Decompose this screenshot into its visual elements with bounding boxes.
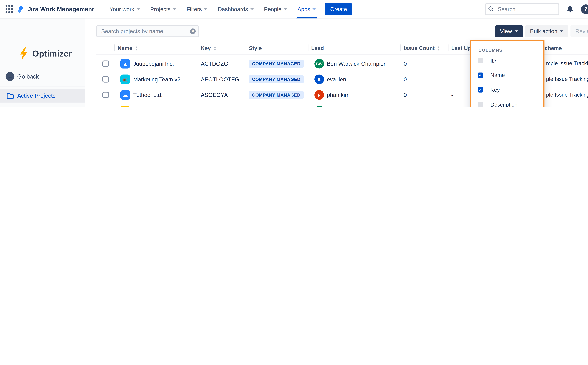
column-resize-handle[interactable] bbox=[400, 44, 401, 51]
column-header-lead[interactable]: Lead bbox=[311, 45, 324, 51]
project-name[interactable]: Tuthooj Ltd. bbox=[133, 92, 163, 98]
lead-avatar: E bbox=[314, 75, 324, 84]
chevron-down-icon bbox=[137, 8, 140, 10]
column-toggle-id[interactable]: ID bbox=[478, 53, 543, 68]
mountain-icon: ▲ bbox=[121, 59, 130, 69]
search-icon bbox=[488, 6, 494, 12]
lead-avatar: BW bbox=[314, 106, 324, 107]
last-updated: - bbox=[451, 92, 453, 98]
column-toggle-key[interactable]: ✓Key bbox=[478, 83, 543, 97]
nav-item-label: Filters bbox=[187, 6, 202, 12]
global-search[interactable] bbox=[485, 3, 559, 15]
nav-item-your-work[interactable]: Your work bbox=[104, 0, 145, 18]
checkbox-unchecked-icon[interactable] bbox=[478, 58, 483, 63]
chevron-down-icon bbox=[560, 30, 563, 32]
column-header-label: Key bbox=[201, 45, 211, 51]
last-updated: - bbox=[451, 76, 453, 82]
sidebar-item-trash[interactable]: Trash bbox=[0, 104, 85, 107]
column-toggle-label: Name bbox=[491, 72, 505, 78]
nav-item-people[interactable]: People bbox=[259, 0, 292, 18]
app-switcher-icon[interactable] bbox=[6, 5, 13, 13]
column-toggle-label: Description bbox=[491, 102, 518, 107]
style-badge: COMPANY MANAGED bbox=[249, 91, 304, 99]
jira-logo-icon bbox=[17, 5, 25, 13]
last-updated: - bbox=[451, 61, 453, 67]
project-search[interactable]: ✕ bbox=[96, 25, 199, 37]
nav-item-label: People bbox=[264, 6, 281, 12]
lifebuoy-icon: ◎ bbox=[121, 75, 130, 84]
row-checkbox[interactable] bbox=[102, 92, 109, 98]
row-checkbox[interactable] bbox=[102, 76, 109, 82]
project-key: ACTDGZG bbox=[201, 61, 228, 67]
brand[interactable]: Jira Work Management bbox=[17, 5, 94, 13]
lead-name: Ben Warwick-Champion bbox=[327, 61, 387, 67]
column-resize-handle[interactable] bbox=[308, 44, 308, 51]
column-header-label: Issue Count bbox=[404, 45, 434, 51]
column-toggle-name[interactable]: ✓Name bbox=[478, 68, 543, 83]
arrow-left-icon: ← bbox=[6, 72, 14, 81]
issue-count: 0 bbox=[404, 61, 407, 67]
column-resize-handle[interactable] bbox=[246, 44, 246, 51]
column-resize-handle[interactable] bbox=[198, 44, 198, 51]
chevron-down-icon bbox=[515, 30, 518, 32]
style-badge: COMPANY MANAGED bbox=[249, 60, 304, 68]
row-checkbox[interactable] bbox=[102, 61, 109, 67]
nav-item-label: Your work bbox=[110, 6, 134, 12]
lead-name: phan.kim bbox=[327, 92, 350, 98]
column-header-name[interactable]: Name bbox=[118, 45, 137, 51]
nav-item-projects[interactable]: Projects bbox=[145, 0, 181, 18]
lightning-bolt-icon bbox=[19, 47, 28, 60]
cloud-icon: ☁ bbox=[121, 90, 130, 100]
checkbox-checked-icon[interactable]: ✓ bbox=[478, 87, 483, 93]
sidebar: Optimizer ← Go back Active Projects Tras… bbox=[0, 18, 85, 107]
nav-item-label: Dashboards bbox=[218, 6, 248, 12]
column-resize-handle[interactable] bbox=[115, 44, 115, 51]
sort-icon bbox=[135, 46, 137, 50]
chevron-down-icon bbox=[284, 8, 287, 10]
project-name[interactable]: Marketing Team v2 bbox=[133, 76, 180, 82]
nav-item-label: Projects bbox=[150, 6, 170, 12]
style-badge: COMPANY MANAGED bbox=[249, 106, 304, 107]
project-search-input[interactable] bbox=[96, 25, 199, 37]
column-toggle-label: Key bbox=[491, 87, 500, 93]
view-button[interactable]: View bbox=[495, 25, 523, 37]
sort-icon bbox=[214, 46, 216, 50]
nav-item-label: Apps bbox=[297, 6, 310, 12]
flag-icon: ⚑ bbox=[121, 106, 130, 107]
optimizer-logo: Optimizer bbox=[19, 47, 72, 60]
nav-item-apps[interactable]: Apps bbox=[292, 0, 321, 18]
nav-item-dashboards[interactable]: Dashboards bbox=[213, 0, 259, 18]
nav-menu: Your workProjectsFiltersDashboardsPeople… bbox=[104, 0, 321, 18]
columns-list: ID✓Name✓KeyDescription✓StyleType✓Lead✓Is… bbox=[478, 53, 543, 107]
column-toggle-description[interactable]: Description bbox=[478, 97, 543, 107]
column-resize-handle[interactable] bbox=[448, 44, 448, 51]
column-header-key[interactable]: Key bbox=[201, 45, 216, 51]
sidebar-item-active-projects[interactable]: Active Projects bbox=[0, 89, 85, 103]
checkbox-unchecked-icon[interactable] bbox=[478, 102, 483, 107]
column-header-style[interactable]: Style bbox=[249, 45, 262, 51]
review-changes-button[interactable]: Review changes bbox=[571, 25, 588, 37]
notifications-icon[interactable] bbox=[566, 5, 574, 13]
view-dropdown-panel: COLUMNS ID✓Name✓KeyDescription✓StyleType… bbox=[470, 40, 545, 107]
checkbox-checked-icon[interactable]: ✓ bbox=[478, 72, 483, 78]
optimizer-title: Optimizer bbox=[33, 49, 72, 58]
columns-section-label: COLUMNS bbox=[479, 48, 543, 53]
style-badge: COMPANY MANAGED bbox=[249, 75, 304, 83]
lead-avatar: P bbox=[314, 90, 324, 100]
help-icon[interactable]: ? bbox=[581, 4, 588, 14]
bulk-action-button[interactable]: Bulk action bbox=[525, 25, 568, 37]
column-header-label: Style bbox=[249, 45, 262, 51]
clear-search-icon[interactable]: ✕ bbox=[190, 28, 196, 34]
lead-avatar: BW bbox=[314, 59, 324, 69]
column-header-issue-count[interactable]: Issue Count bbox=[404, 45, 440, 51]
create-button[interactable]: Create bbox=[325, 3, 352, 15]
global-search-input[interactable] bbox=[485, 3, 559, 15]
project-name[interactable]: Juupobejani Inc. bbox=[133, 61, 174, 67]
column-header-label: Lead bbox=[311, 45, 324, 51]
chevron-down-icon bbox=[204, 8, 207, 10]
nav-right: ? ⚙ JR bbox=[485, 3, 588, 15]
nav-item-filters[interactable]: Filters bbox=[181, 0, 213, 18]
chevron-down-icon bbox=[173, 8, 176, 10]
column-header-label: Name bbox=[118, 45, 132, 51]
go-back-button[interactable]: ← Go back bbox=[0, 70, 85, 83]
